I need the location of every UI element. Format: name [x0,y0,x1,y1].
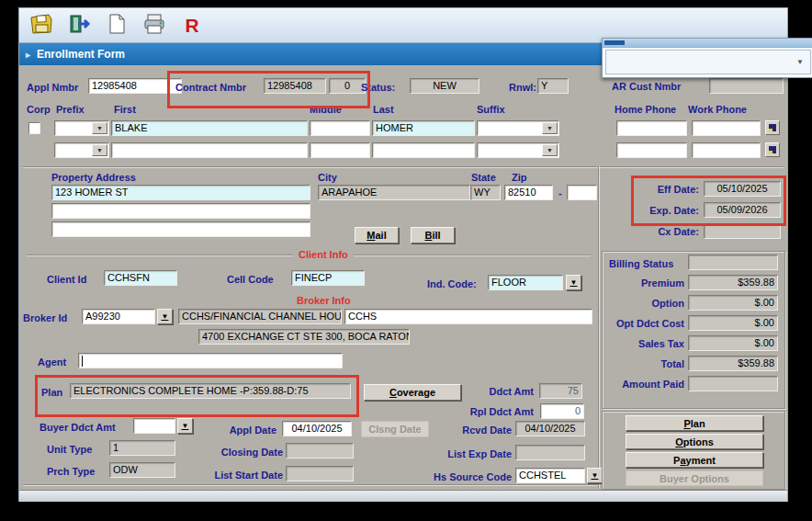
list-start-date-label: List Start Date [180,470,283,481]
buyer-ddct-dropdown-button[interactable]: ▼ [177,418,193,434]
contract-nmbr-label: Contract Nmbr [175,82,246,94]
address-line1-field[interactable]: 123 HOMER ST [51,185,310,200]
broker-id-dropdown-button[interactable]: ▼ [157,309,173,324]
ar-cust-nmbr-label: AR Cust Nmbr [612,81,681,93]
first-name-field-2[interactable] [111,142,308,158]
opt-ddct-cost-field: $.00 [688,315,778,331]
client-id-field[interactable]: CCHSFN [104,270,177,286]
last-label: Last [373,104,394,116]
client-info-section-label: Client Info [293,249,354,260]
appl-nmbr-field[interactable]: 12985408 [88,78,182,94]
phone-lookup-button[interactable] [765,120,780,135]
status-bar [19,490,787,502]
ddct-amt-field: 75 [539,383,582,399]
chevron-down-icon[interactable]: ▼ [92,144,107,156]
exp-date-label: Exp. Date: [621,205,699,217]
popup-combobox[interactable]: ▼ [605,50,811,74]
chevron-down-icon[interactable]: ▼ [542,144,558,156]
buyer-ddct-amt-field[interactable] [133,418,175,434]
payment-button[interactable]: Payment [626,452,763,468]
broker-info-section-label: Broker Info [291,295,356,306]
prefix-select[interactable]: ▼ [54,120,109,136]
unit-type-label: Unit Type [47,444,92,456]
ind-code-field[interactable]: FLOOR [488,275,563,290]
agent-field[interactable] [78,353,343,368]
save-button[interactable] [28,13,54,38]
mail-button[interactable]: Mail [355,227,399,244]
title-arrow-icon: ▸ [26,50,30,60]
popup-titlebar[interactable] [603,39,812,48]
address-line3-field[interactable] [51,221,310,237]
new-button[interactable] [104,13,130,38]
property-address-label: Property Address [51,172,136,184]
home-phone-field-2[interactable] [616,142,687,158]
work-phone-field-2[interactable] [692,142,761,158]
total-label: Total [592,358,684,370]
ind-code-dropdown-button[interactable]: ▼ [566,275,581,290]
zip-label: Zip [512,172,527,184]
page-title: Enrollment Form [37,48,125,61]
work-phone-field[interactable] [692,120,761,136]
suffix-select-2[interactable]: ▼ [477,142,559,158]
buyer-options-button: Buyer Options [626,470,763,486]
chevron-down-icon[interactable]: ▼ [542,122,558,134]
chevron-down-icon: ▼ [796,58,804,66]
last-name-field-2[interactable] [372,142,475,158]
phone-lookup-button-2[interactable] [765,142,780,157]
appl-date-label: Appl Date [194,425,276,436]
dropdown-arrow-icon: ▼ [182,422,189,430]
total-field: $359.88 [688,356,778,371]
chevron-down-icon[interactable]: ▼ [92,122,107,134]
ar-cust-nmbr-field [709,78,784,94]
zip4-field[interactable] [567,185,597,200]
zip-field[interactable]: 82510 [504,185,553,200]
broker-id-field[interactable]: A99230 [82,309,155,324]
rpl-ddct-amt-field[interactable]: 0 [540,403,584,419]
popup-window: ▼ [602,38,812,78]
text-cursor [82,356,83,367]
prch-type-field: ODW [109,462,175,478]
exit-button[interactable] [66,13,92,38]
reports-r-icon: R [185,16,198,36]
options-button[interactable]: Options [626,434,763,449]
exit-icon [67,13,91,39]
plan-field: ELECTRONICS COMPLETE HOME -P:359.88-D:75 [70,383,351,399]
billing-status-field [688,255,778,270]
closing-date-field [286,443,354,459]
print-icon [142,13,166,39]
first-label: First [114,104,136,116]
list-exp-date-field [515,445,585,460]
appl-date-field[interactable]: 04/10/2025 [282,421,352,436]
last-name-field[interactable]: HOMER [372,120,475,136]
sales-tax-field: $.00 [688,335,778,351]
rpl-ddct-amt-label: Rpl Ddct Amt [433,406,534,418]
hs-source-dropdown-button[interactable]: ▼ [587,468,603,483]
reports-button[interactable]: R [179,13,205,38]
city-field: ARAPAHOE [318,185,470,200]
address-line2-field[interactable] [51,203,310,219]
cell-code-field[interactable]: FINECP [291,270,365,286]
broker-address-field: 4700 EXCHANGE CT STE 300, BOCA RATON, FL… [198,329,410,345]
state-label: State [471,172,496,184]
first-name-field[interactable]: BLAKE [111,120,308,136]
middle-name-field[interactable] [310,120,370,136]
client-id-label: Client Id [47,274,86,286]
billing-status-label: Billing Status [609,258,673,270]
dropdown-arrow-icon: ▼ [570,278,578,287]
home-phone-field[interactable] [616,120,687,136]
prefix-select-2[interactable]: ▼ [54,142,109,158]
broker-code-field[interactable]: CCHS [344,309,592,324]
plan-button[interactable]: Plan [626,415,763,431]
enrollment-window: R ▸ Enrollment Form Appl Nmbr 12985408 C… [18,7,788,502]
hs-source-code-field[interactable]: CCHSTEL [515,468,585,483]
bill-button[interactable]: Bill [411,227,455,244]
broker-name-field: CCHS/FINANCIAL CHANNEL HOUSE [178,309,342,324]
middle-name-field-2[interactable] [310,142,370,158]
work-phone-label: Work Phone [688,104,747,116]
print-button[interactable] [141,13,167,38]
amount-paid-label: Amount Paid [592,379,684,391]
rcvd-date-field: 04/10/2025 [515,421,585,436]
zip-dash: - [558,187,562,199]
corp-checkbox[interactable] [28,122,40,134]
suffix-select[interactable]: ▼ [477,120,559,136]
